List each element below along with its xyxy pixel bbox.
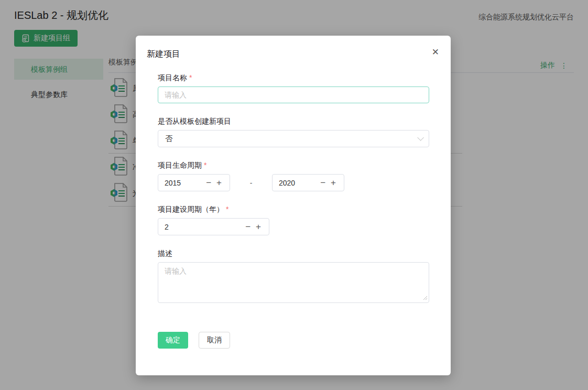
project-name-input[interactable] bbox=[158, 86, 429, 103]
cancel-button[interactable]: 取消 bbox=[199, 332, 230, 349]
lifecycle-start-stepper[interactable]: − + bbox=[158, 174, 230, 191]
field-lifecycle: 项目生命周期* − + - − + bbox=[158, 161, 429, 191]
close-icon[interactable]: ✕ bbox=[432, 48, 439, 57]
description-label: 描述 bbox=[158, 249, 429, 258]
lifecycle-end-stepper[interactable]: − + bbox=[272, 174, 344, 191]
field-project-name: 项目名称* bbox=[158, 73, 429, 103]
from-template-select[interactable]: 否 bbox=[158, 130, 429, 147]
decrement-icon[interactable]: − bbox=[243, 222, 253, 231]
from-template-label: 是否从模板创建新项目 bbox=[158, 117, 429, 126]
new-project-dialog: ✕ 新建项目 项目名称* 是否从模板创建新项目 否 bbox=[136, 36, 451, 375]
confirm-button[interactable]: 确定 bbox=[158, 332, 188, 349]
increment-icon[interactable]: + bbox=[214, 178, 224, 187]
construction-period-stepper[interactable]: − + bbox=[158, 218, 269, 235]
field-description: 描述 bbox=[158, 249, 429, 305]
construction-period-label: 项目建设周期（年）* bbox=[158, 205, 429, 214]
required-mark: * bbox=[189, 73, 192, 82]
resize-handle-icon[interactable] bbox=[422, 293, 428, 302]
increment-icon[interactable]: + bbox=[328, 178, 339, 187]
required-mark: * bbox=[226, 205, 228, 213]
lifecycle-label: 项目生命周期* bbox=[158, 161, 429, 170]
project-name-label: 项目名称* bbox=[158, 73, 429, 83]
range-separator: - bbox=[230, 179, 272, 187]
lifecycle-start-input[interactable] bbox=[165, 179, 203, 187]
lifecycle-end-input[interactable] bbox=[279, 179, 318, 187]
decrement-icon[interactable]: − bbox=[318, 178, 328, 187]
select-value: 否 bbox=[165, 134, 172, 144]
construction-period-input[interactable] bbox=[165, 223, 243, 231]
field-construction-period: 项目建设周期（年）* − + bbox=[158, 205, 429, 235]
chevron-down-icon bbox=[417, 134, 424, 141]
description-textarea[interactable] bbox=[158, 262, 429, 303]
decrement-icon[interactable]: − bbox=[203, 178, 214, 187]
dialog-actions: 确定 取消 bbox=[158, 332, 429, 349]
required-mark: * bbox=[204, 161, 206, 169]
increment-icon[interactable]: + bbox=[253, 222, 264, 231]
dialog-title: 新建项目 bbox=[147, 49, 429, 60]
field-from-template: 是否从模板创建新项目 否 bbox=[158, 117, 429, 147]
